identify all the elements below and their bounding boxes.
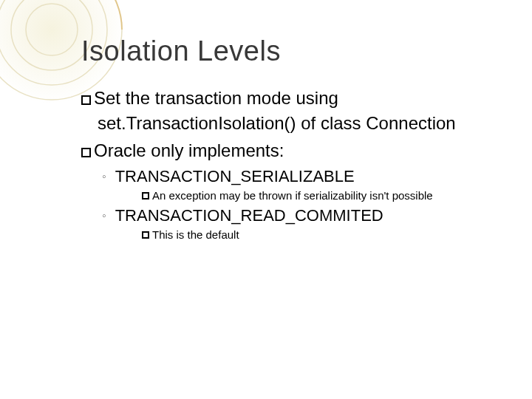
sub-item-read-committed: ◦TRANSACTION_READ_COMMITED (102, 206, 488, 225)
sub-item-serializable-note: An exception may be thrown if serializab… (142, 189, 488, 202)
circle-bullet-icon: ◦ (102, 170, 106, 183)
sub-item-serializable: ◦TRANSACTION_SERIALIZABLE (102, 167, 488, 186)
note-text: An exception may be thrown if serializab… (152, 189, 433, 202)
square-bullet-icon (81, 148, 91, 157)
slide-content: Isolation Levels Set the transaction mod… (0, 0, 532, 399)
square-bullet-icon (81, 95, 91, 105)
square-bullet-icon (142, 192, 149, 200)
sub-list: ◦TRANSACTION_SERIALIZABLE An exception m… (102, 167, 488, 241)
bullet-set-transaction-line2: set.TransactionIsolation() of class Conn… (81, 112, 488, 135)
note-text: This is the default (152, 228, 239, 241)
sub-item-label: TRANSACTION_SERIALIZABLE (115, 167, 355, 185)
bullet-oracle: Oracle only implements: (81, 139, 488, 163)
bullet-set-transaction-line1: Set the transaction mode using (81, 86, 488, 110)
bullet-text: Set the transaction mode using (94, 88, 338, 108)
circle-bullet-icon: ◦ (102, 209, 106, 222)
sub-item-read-committed-note: This is the default (142, 228, 488, 241)
slide-title: Isolation Levels (81, 35, 488, 67)
sub-item-label: TRANSACTION_READ_COMMITED (115, 206, 383, 225)
square-bullet-icon (142, 231, 149, 239)
bullet-text: Oracle only implements: (94, 140, 284, 160)
